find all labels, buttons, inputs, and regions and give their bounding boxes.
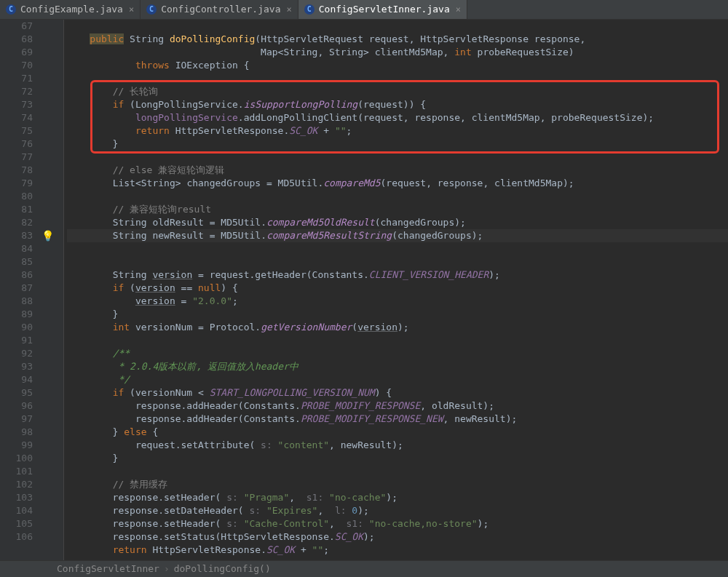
line-number[interactable]: 75	[0, 124, 33, 138]
code-line[interactable]: longPollingService.addLongPollingClient(…	[67, 112, 654, 123]
line-number[interactable]: 80	[0, 190, 33, 203]
line-number[interactable]: 103	[0, 491, 33, 504]
java-class-icon: C	[6, 4, 16, 15]
code-line[interactable]: public String doPollingConfig(HttpServle…	[67, 33, 585, 44]
line-number[interactable]: 69	[0, 46, 33, 59]
close-icon[interactable]: ×	[456, 3, 461, 16]
code-line[interactable]: response.setStatus(HttpServletResponse.S…	[67, 531, 375, 542]
code-line[interactable]: String version = request.getHeader(Const…	[67, 269, 500, 280]
line-number[interactable]: 96	[0, 399, 33, 413]
line-number[interactable]: 106	[0, 530, 33, 544]
code-line[interactable]: int versionNum = Protocol.getVersionNumb…	[67, 322, 409, 333]
line-number[interactable]: 90	[0, 321, 33, 334]
line-number-gutter[interactable]: 6768697071727374757677787980818283848586…	[0, 20, 40, 562]
line-number[interactable]: 100	[0, 452, 33, 465]
line-number[interactable]: 76	[0, 138, 33, 151]
gutter-marks: 💡	[40, 20, 55, 562]
line-number[interactable]: 85	[0, 255, 33, 268]
line-number[interactable]: 97	[0, 413, 33, 426]
code-line[interactable]: // 禁用缓存	[67, 479, 167, 490]
line-number[interactable]: 68	[0, 33, 33, 46]
line-number[interactable]: 87	[0, 282, 33, 295]
code-line[interactable]: version = "2.0.0";	[67, 295, 238, 306]
code-viewport[interactable]: public String doPollingConfig(HttpServle…	[64, 20, 728, 562]
code-line[interactable]: throws IOException {	[67, 60, 249, 71]
code-line[interactable]: // 兼容短轮询result	[67, 204, 211, 215]
editor-tab-bar: C ConfigExample.java × C ConfigControlle…	[0, 0, 728, 20]
code-line[interactable]: * 2.0.4版本以前, 返回值放入header中	[67, 361, 298, 372]
line-number[interactable]: 93	[0, 360, 33, 373]
line-number[interactable]: 91	[0, 334, 33, 347]
tab-config-controller[interactable]: C ConfigController.java ×	[141, 0, 298, 19]
code-line[interactable]: }	[67, 453, 118, 463]
code-line[interactable]: }	[67, 138, 118, 149]
code-line[interactable]: // 长轮询	[67, 86, 158, 97]
tab-label: ConfigServletInner.java	[319, 3, 450, 16]
line-number[interactable]: 105	[0, 517, 33, 530]
line-number[interactable]: 72	[0, 85, 33, 98]
line-number[interactable]: 78	[0, 164, 33, 177]
tab-label: ConfigController.java	[161, 3, 280, 16]
close-icon[interactable]: ×	[287, 3, 292, 16]
line-number[interactable]: 102	[0, 478, 33, 491]
code-line[interactable]: /**	[67, 348, 130, 359]
code-line[interactable]: response.setHeader( s: "Pragma", s1: "no…	[67, 492, 397, 503]
code-line[interactable]: }	[67, 309, 118, 319]
code-line[interactable]	[67, 20, 113, 31]
line-number[interactable]: 83	[0, 229, 33, 242]
tab-config-example[interactable]: C ConfigExample.java ×	[0, 0, 141, 19]
code-line[interactable]: return HttpServletResponse.SC_OK + "";	[67, 544, 329, 555]
lightbulb-icon[interactable]: 💡	[41, 229, 54, 242]
java-class-icon: C	[146, 4, 157, 15]
code-line[interactable]: request.setAttribute( s: "content", newR…	[67, 439, 403, 450]
code-line[interactable]: response.setHeader( s: "Cache-Control", …	[67, 518, 488, 529]
breadcrumb-bar: ConfigServletInner › doPollingConfig()	[0, 560, 728, 577]
code-line[interactable]: if (LongPollingService.isSupportLongPoll…	[67, 99, 426, 110]
line-number[interactable]: 71	[0, 72, 33, 85]
line-number[interactable]: 67	[0, 20, 33, 33]
java-class-icon: C	[304, 4, 314, 15]
fold-gutter[interactable]	[55, 20, 64, 562]
line-number[interactable]: 95	[0, 386, 33, 399]
line-number[interactable]: 99	[0, 439, 33, 452]
line-number[interactable]: 94	[0, 373, 33, 386]
line-number[interactable]: 77	[0, 151, 33, 164]
line-number[interactable]: 98	[0, 426, 33, 439]
code-line[interactable]: List<String> changedGroups = MD5Util.com…	[67, 178, 574, 188]
code-line[interactable]: response.setDateHeader( s: "Expires", l:…	[67, 505, 369, 516]
tab-config-servlet-inner[interactable]: C ConfigServletInner.java ×	[298, 0, 467, 19]
line-number[interactable]: 101	[0, 465, 33, 478]
line-number[interactable]: 74	[0, 111, 33, 124]
line-number[interactable]: 81	[0, 203, 33, 216]
ide-window: { "tabs": [ {"label":"ConfigExample.java…	[0, 0, 728, 577]
line-number[interactable]: 86	[0, 268, 33, 282]
chevron-right-icon: ›	[164, 562, 170, 576]
code-line[interactable]: if (versionNum < START_LONGPOLLING_VERSI…	[67, 387, 392, 398]
code-line[interactable]: return HttpServletResponse.SC_OK + "";	[67, 125, 352, 136]
line-number[interactable]: 70	[0, 59, 33, 72]
code-line[interactable]: if (version == null) {	[67, 282, 238, 293]
code-line[interactable]: String newResult = MD5Util.compareMd5Res…	[67, 229, 728, 242]
line-number[interactable]: 92	[0, 347, 33, 360]
line-number[interactable]: 88	[0, 295, 33, 308]
code-line[interactable]: String oldResult = MD5Util.compareMd5Old…	[67, 217, 466, 228]
breadcrumb-item[interactable]: doPollingConfig()	[174, 562, 271, 576]
code-line[interactable]: response.addHeader(Constants.PROBE_MODIF…	[67, 413, 517, 424]
line-number[interactable]: 104	[0, 504, 33, 517]
code-line[interactable]: */	[67, 374, 130, 385]
line-number[interactable]: 82	[0, 216, 33, 229]
close-icon[interactable]: ×	[129, 3, 134, 16]
breadcrumb-item[interactable]: ConfigServletInner	[57, 562, 159, 576]
code-line[interactable]: } else {	[67, 426, 158, 437]
line-number[interactable]: 73	[0, 98, 33, 111]
line-number[interactable]: 89	[0, 308, 33, 321]
code-line[interactable]: response.addHeader(Constants.PROBE_MODIF…	[67, 400, 494, 411]
line-number[interactable]: 84	[0, 242, 33, 255]
editor-area: 6768697071727374757677787980818283848586…	[0, 20, 728, 562]
code-line[interactable]: // else 兼容短轮询逻辑	[67, 164, 224, 175]
code-content[interactable]: public String doPollingConfig(HttpServle…	[67, 20, 728, 557]
code-line[interactable]: Map<String, String> clientMd5Map, int pr…	[67, 47, 574, 57]
tab-label: ConfigExample.java	[20, 3, 123, 16]
line-number[interactable]: 79	[0, 177, 33, 190]
